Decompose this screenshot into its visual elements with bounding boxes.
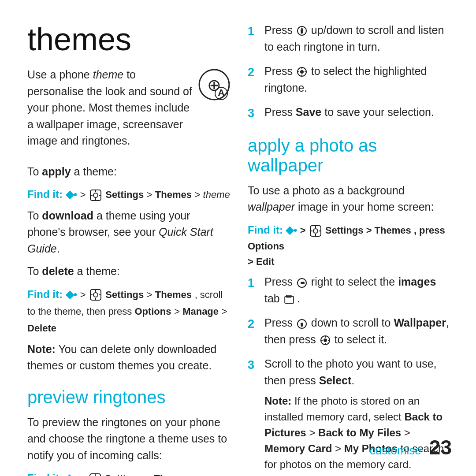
page-title: themes [27,22,230,57]
intro-block: Use a phone theme to personalise the loo… [27,67,230,156]
find-it-apply: Find it: ◆• > Settings > Themes > theme [27,186,230,203]
nav-select-icon-2 [297,67,307,77]
svg-point-5 [93,193,98,197]
svg-point-27 [300,70,304,74]
apply-wallpaper-title: apply a photo as wallpaper [248,136,452,175]
download-text: To download a theme using your phone's b… [27,208,230,257]
settings-icon-wallpaper [310,225,321,237]
phone-theme-icon: ⊕ A [198,69,230,100]
intro-text: Use a phone theme to personalise the loo… [27,67,194,149]
svg-point-47 [324,338,327,342]
svg-marker-24 [301,32,303,34]
apply-label: To apply a theme: [27,164,230,180]
footer-page-number: 23 [429,435,452,459]
left-column: themes Use a phone theme to personalise … [27,22,243,458]
step-num-2: 2 [248,63,264,82]
find-it-ringtones: Find it: ◆• > Settings > Themes , press … [27,470,230,476]
wallpaper-step-1: 1 Press right to select the images tab . [248,274,452,307]
preview-ringtones-intro: To preview the ringtones on your phone a… [27,414,230,464]
footer-label: customise [370,444,421,457]
wallpaper-intro: To use a photo as a background wallpaper… [248,182,452,216]
svg-point-39 [301,282,303,284]
find-it-delete: Find it: ◆• > Settings > Themes , scroll… [27,286,230,337]
preview-step-3: 3 Press Save to save your selection. [248,104,452,123]
svg-marker-23 [301,27,303,30]
svg-point-33 [313,229,318,233]
wallpaper-step-num-2: 2 [248,315,264,333]
settings-icon-delete [90,289,101,301]
nav-down-icon [297,319,307,329]
note-delete: Note: You can delete only downloaded the… [27,341,230,374]
preview-ringtones-title: preview ringtones [27,387,230,407]
wallpaper-step-1-content: Press right to select the images tab . [264,274,452,307]
step-2-content: Press to select the highlighted ringtone… [264,63,452,96]
svg-text:A: A [218,87,225,98]
step-3-content: Press Save to save your selection. [264,104,452,121]
svg-marker-45 [301,325,303,327]
preview-step-1: 1 Press up/down to scroll and listen to … [248,22,452,55]
svg-point-44 [301,323,303,325]
delete-label: To delete a theme: [27,263,230,280]
right-column: 1 Press up/down to scroll and listen to … [243,22,452,458]
svg-point-11 [93,293,98,297]
nav-select-icon-wp [320,335,331,346]
svg-marker-40 [303,282,305,284]
find-it-wallpaper: Find it: ◆• > Settings > Themes , press … [248,222,452,270]
step-num-1: 1 [248,22,264,41]
nav-right-icon [297,278,307,288]
wallpaper-step-num-3: 3 [248,356,264,374]
nav-updown-icon-1 [297,26,307,36]
footer: customise 23 [370,435,452,459]
note-step3: Note: If the photo is stored on an insta… [264,393,452,472]
preview-step-2: 2 Press to select the highlighted ringto… [248,63,452,96]
step-1-content: Press up/down to scroll and listen to ea… [264,22,452,55]
step-num-3: 3 [248,104,264,123]
preview-steps-list: 1 Press up/down to scroll and listen to … [248,22,452,123]
settings-icon-ringtones [89,473,101,476]
tab-images-icon [284,295,296,304]
svg-point-25 [301,30,303,32]
wallpaper-step-2-content: Press down to scroll to Wallpaper, then … [264,315,452,348]
page-container: themes Use a phone theme to personalise … [0,0,476,476]
wallpaper-step-2: 2 Press down to scroll to Wallpaper, the… [248,315,452,348]
settings-icon-apply [90,190,101,201]
wallpaper-step-num-1: 1 [248,274,264,292]
